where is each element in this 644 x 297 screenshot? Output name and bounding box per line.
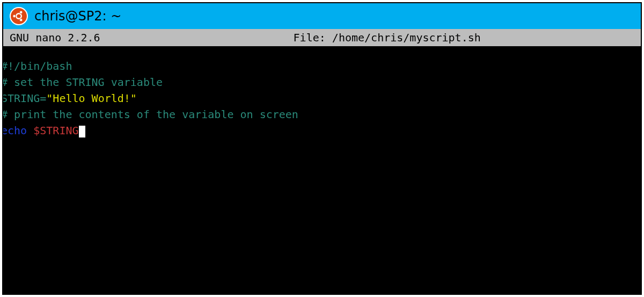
window-title: chris@SP2: ~	[34, 9, 121, 24]
code-line: echo $STRING	[2, 122, 641, 139]
code-line: # print the contents of the variable on …	[2, 106, 641, 122]
file-path: /home/chris/myscript.sh	[332, 31, 481, 44]
svg-point-2	[13, 15, 16, 17]
variable-reference: $STRING	[33, 124, 78, 137]
editor-area[interactable]: #!/bin/bash # set the STRING variable ST…	[2, 46, 641, 139]
comment: # print the contents of the variable on …	[2, 108, 298, 121]
terminal-window: chris@SP2: ~ GNU nano 2.2.6 File: /home/…	[2, 2, 642, 295]
variable-name: STRING=	[2, 92, 46, 105]
text-cursor	[79, 126, 85, 137]
svg-point-4	[20, 19, 23, 21]
code-line: STRING="Hello World!"	[2, 90, 641, 106]
file-label: File: /home/chris/myscript.sh	[294, 31, 481, 44]
command: echo	[2, 124, 33, 137]
svg-point-3	[20, 11, 23, 13]
code-line: #!/bin/bash	[2, 58, 641, 74]
shebang: #!/bin/bash	[2, 60, 72, 73]
nano-header: GNU nano 2.2.6 File: /home/chris/myscrip…	[3, 29, 641, 46]
nano-version: GNU nano 2.2.6	[10, 31, 100, 44]
window-titlebar[interactable]: chris@SP2: ~	[3, 3, 641, 29]
string-literal: "Hello World!"	[46, 92, 137, 105]
comment: # set the STRING variable	[2, 76, 163, 89]
ubuntu-icon	[10, 7, 28, 25]
code-line: # set the STRING variable	[2, 74, 641, 90]
